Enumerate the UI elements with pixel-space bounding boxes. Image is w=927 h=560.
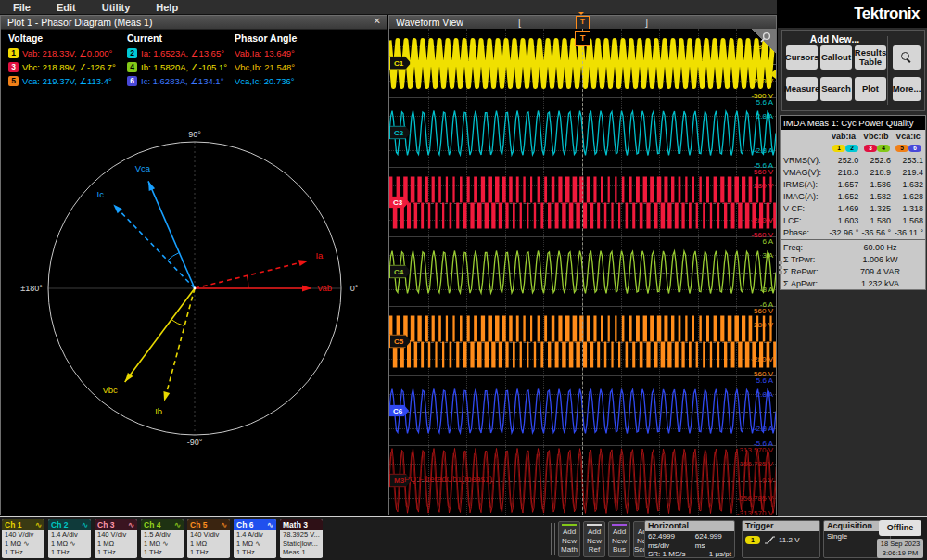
scale-label: 2.8 A [756, 389, 773, 398]
legend-header: Current [127, 32, 227, 44]
scale-label: 313.570 V [740, 445, 773, 453]
imda-summary-value: 60.00 Hz [835, 243, 925, 252]
right-panel: Add New... CursorsCalloutResults TableMe… [777, 28, 927, 516]
add-new-results-table-button[interactable]: Results Table [855, 45, 886, 70]
phasor-angle-readout: Vab,Ia: 13.649° [235, 48, 295, 58]
channel-setting: Meas 1 [283, 548, 323, 557]
legend-col-voltage: Voltage1Vab: 218.33V, ∠0.000°3Vbc: 218.8… [8, 32, 116, 88]
scale-label: 2.8 A [756, 111, 773, 120]
legend-header: Phasor Angle [235, 32, 297, 44]
current-readout: Ib: 1.5820A, ∠-105.1° [141, 62, 227, 72]
channel-pair-badge: 34 [861, 145, 893, 152]
waveform-graticule[interactable]: T C1280 V-280 V-560 VC25.6 A2.8 A-2.8 A-… [389, 29, 776, 515]
legend-col-phasor-angle: Phasor AngleVab,Ia: 13.649°Vbc,Ib: 21.54… [235, 32, 297, 88]
scale-label: 560 V [754, 167, 773, 175]
zoom-bracket-open[interactable]: [ [518, 17, 521, 28]
menu-bar: File Edit Utility Help [0, 0, 777, 15]
imda-summary-row: Σ ApPwr:1.232 kVA [781, 277, 925, 289]
trigger-level-arrow-icon[interactable] [765, 70, 776, 79]
add-new-math-button[interactable]: AddNewMath [558, 521, 580, 557]
phasor-plot-window: Plot 1 - Phasor Diagram (Meas 1) ✕ Volta… [0, 15, 387, 515]
svg-text:Ib: Ib [155, 406, 162, 416]
imda-value: 1.628 [893, 192, 925, 201]
channel-setting: 1 THz [97, 548, 137, 557]
panel-drag-grip[interactable] [778, 261, 782, 276]
channel-setting: 1 MΩ ∿ [5, 540, 44, 549]
imda-col-header: Vca:Ic [893, 132, 925, 141]
datetime-display: 18 Sep 2023 3:06:19 PM [877, 539, 923, 558]
channel-name: Ch 3 [97, 519, 114, 530]
sample-period: 1 μs/pt [709, 550, 731, 558]
channel-setting: 1.5 A/div [144, 530, 184, 540]
voltage-readout: Vbc: 218.89V, ∠-126.7° [22, 62, 116, 72]
add-new-title: Add New... [782, 33, 887, 45]
divider [554, 523, 555, 555]
more-button[interactable]: More... [893, 77, 921, 101]
channel-badge-ch-3[interactable]: Ch 3∿140 V/div1 MΩ1 THz [95, 519, 137, 558]
legend-row: Vca,Ic: 20.736° [235, 74, 297, 88]
expansion-point-icon[interactable]: T [576, 16, 590, 30]
menu-edit[interactable]: Edit [44, 2, 89, 13]
imda-value: -36.11 ° [893, 228, 925, 237]
magnifier-box-icon [901, 52, 912, 63]
svg-text:±180°: ±180° [20, 284, 43, 293]
scope-screen: File Edit Utility Help Tektronix Plot 1 … [0, 0, 927, 560]
channel-badge-ch-5[interactable]: Ch 5∿140 V/div1 MΩ1 THz [187, 519, 230, 558]
legend-row: 6Ic: 1.6283A, ∠134.1° [127, 74, 227, 88]
channel-badge-ch-6[interactable]: Ch 6∿1.4 A/div1 MΩ ∿1 THz [234, 519, 276, 558]
add-new-cursors-button[interactable]: Cursors [786, 45, 818, 70]
imda-value: 1.652 [828, 192, 860, 201]
add-new-search-button[interactable]: Search [820, 77, 852, 101]
channel-setting: 140 V/div [97, 530, 137, 540]
date-text: 18 Sep 2023 [877, 540, 923, 549]
zoom-tool-button[interactable] [893, 45, 921, 70]
channel-pair-badge: 12 [830, 145, 861, 152]
add-new-bus-button[interactable]: AddNewBus [608, 521, 630, 557]
horizontal-panel[interactable]: Horizontal 62.4999 ms/div624.999 ms SR: … [644, 520, 735, 558]
scale-label: -2.8 A [754, 424, 773, 432]
channel-setting: 1 MΩ ∿ [236, 540, 276, 549]
zoom-corner-button[interactable] [752, 29, 776, 53]
imda-row: IMAG(A):1.6521.5821.628 [781, 190, 925, 202]
add-new-ref-button[interactable]: AddNewRef [583, 521, 605, 557]
menu-utility[interactable]: Utility [89, 2, 144, 13]
channel-badge-math-3[interactable]: Math 378.3925 V...Static|low...Meas 1 [280, 519, 323, 558]
add-new-callout-button[interactable]: Callout [820, 45, 852, 70]
svg-text:Ia: Ia [315, 250, 324, 261]
scale-label: 280 V [754, 320, 773, 328]
bottom-bar: Ch 1∿140 V/div1 MΩ ∿1 THzCh 2∿1.4 A/div1… [0, 516, 927, 560]
menu-help[interactable]: Help [143, 2, 191, 13]
channel-badge: 5 [8, 76, 19, 86]
phasor-angle-readout: Vbc,Ib: 21.548° [235, 62, 295, 72]
channel-badge-ch-1[interactable]: Ch 1∿140 V/div1 MΩ ∿1 THz [2, 519, 44, 558]
menu-file[interactable]: File [0, 2, 44, 13]
add-new-measure-button[interactable]: Measure [786, 77, 818, 101]
close-icon[interactable]: ✕ [374, 16, 381, 26]
imda-row: V CF:1.4691.3251.318 [781, 202, 925, 214]
logo-area: Tektronix [777, 0, 927, 28]
imda-value: 1.318 [893, 204, 925, 213]
imda-summary-row: Freq:60.00 Hz [781, 241, 925, 253]
trigger-marker-icon[interactable]: T [575, 31, 590, 46]
channel-name: Math 3 [283, 519, 308, 530]
channel-badge-ch-2[interactable]: Ch 2∿1.4 A/div1 MΩ ∿1 THz [48, 519, 91, 558]
zoom-bracket-close[interactable]: ] [645, 17, 648, 28]
imda-row: IRMS(A):1.6571.5861.632 [781, 178, 925, 190]
phasor-diagram[interactable]: 90°-90°0°±180°VabIaVbcIbVcaIc [1, 101, 387, 515]
waveform-titlebar[interactable]: Waveform View [ ] T [389, 16, 776, 30]
legend-row: 2Ia: 1.6523A, ∠13.65° [127, 46, 227, 60]
add-new-plot-button[interactable]: Plot [855, 77, 886, 101]
imda-row: I CF:1.6031.5801.568 [781, 214, 925, 226]
phasor-window-titlebar[interactable]: Plot 1 - Phasor Diagram (Meas 1) ✕ [1, 16, 387, 30]
channel-setting: 1 THz [236, 548, 276, 557]
channel-badge: 6 [127, 76, 137, 86]
scale-label: 5.6 A [756, 375, 773, 384]
channel-setting: 140 V/div [190, 530, 230, 540]
imda-summary-row: Σ RePwr:709.4 VAR [781, 265, 925, 277]
scale-label: 3 A [762, 250, 773, 259]
imda-results-table[interactable]: IMDA Meas 1: Cyc Power Quality Vab:IaVbc… [780, 115, 926, 290]
channel-badge-ch-4[interactable]: Ch 4∿1.5 A/div1 MΩ ∿1 THz [141, 519, 184, 558]
scale-label: -280 V [751, 215, 773, 223]
trigger-panel[interactable]: Trigger 1 11.2 V [742, 520, 820, 558]
offline-button[interactable]: Offline [879, 520, 921, 536]
